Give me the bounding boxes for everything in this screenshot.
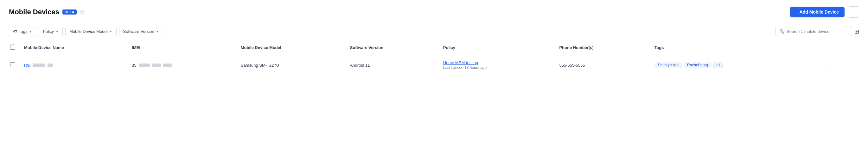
software-cell: Android 11	[346, 55, 439, 75]
col-device-name: Mobile Device Name	[20, 40, 128, 55]
filter-policy-button[interactable]: Policy ▼	[39, 27, 63, 36]
header: Mobile Devices BETA ☆ + Add Mobile Devic…	[0, 0, 868, 23]
software-value: Android 11	[350, 63, 370, 68]
search-wrapper: 🔍	[775, 27, 851, 36]
sync-text: Last synced 18 hours ago	[443, 66, 487, 70]
table-header-row: Mobile Device Name IMEI Mobile Device Mo…	[9, 40, 859, 55]
row-actions-cell: ···	[824, 55, 859, 75]
tag-overflow[interactable]: +1	[713, 62, 723, 68]
imei-redacted2	[152, 64, 161, 67]
grid-view-icon[interactable]: ⊞	[855, 28, 859, 35]
chevron-down-icon: ▼	[29, 30, 32, 33]
row-more-button[interactable]: ···	[828, 62, 835, 69]
imei-redacted1	[139, 64, 150, 67]
col-software: Software Version	[346, 40, 439, 55]
device-name-link[interactable]: R9i	[24, 63, 30, 68]
col-phone: Phone Number(s)	[555, 40, 651, 55]
tag-pill-rachels[interactable]: Rachel's tag	[684, 62, 712, 68]
row-checkbox[interactable]	[10, 62, 15, 67]
add-mobile-device-button[interactable]: + Add Mobile Device	[790, 7, 844, 17]
select-all-checkbox[interactable]	[10, 45, 15, 50]
device-name-redacted2	[48, 64, 53, 67]
imei-cell: 35	[128, 55, 237, 75]
row-checkbox-cell	[9, 55, 20, 75]
page-title: Mobile Devices	[9, 8, 59, 16]
device-name-cell: R9i	[20, 55, 128, 75]
filter-software-button[interactable]: Software Version ▼	[119, 27, 163, 36]
chevron-down-icon: ▼	[56, 30, 59, 33]
toolbar-right: 🔍 ⊞	[775, 27, 859, 36]
filter-policy-label: Policy	[43, 29, 54, 34]
col-actions	[824, 40, 859, 55]
chevron-down-icon: ▼	[156, 30, 159, 33]
phone-cell: 555-555-5555	[555, 55, 651, 75]
filter-tags-button[interactable]: 🏷 Tags ▼	[9, 27, 36, 36]
toolbar: 🏷 Tags ▼ Policy ▼ Mobile Device Model ▼ …	[0, 23, 868, 40]
tag-icon: 🏷	[13, 29, 17, 34]
tags-cell: Shirley's tag Rachel's tag +1	[651, 55, 824, 75]
chevron-down-icon: ▼	[109, 30, 113, 33]
phone-value: 555-555-5555	[559, 63, 585, 68]
policy-link[interactable]: Home MEM testing	[443, 61, 552, 65]
table-row: R9i 35 Samsung SM-T227U Android 1	[9, 55, 859, 75]
device-name-redacted	[33, 64, 45, 67]
devices-table: Mobile Device Name IMEI Mobile Device Mo…	[9, 40, 859, 75]
filter-software-label: Software Version	[123, 29, 154, 34]
model-value: Samsung SM-T227U	[241, 63, 279, 68]
policy-cell: Home MEM testing Last synced 18 hours ag…	[439, 55, 556, 75]
col-imei: IMEI	[128, 40, 237, 55]
filter-model-label: Mobile Device Model	[69, 29, 108, 34]
col-tags: Tags	[651, 40, 824, 55]
toolbar-filters: 🏷 Tags ▼ Policy ▼ Mobile Device Model ▼ …	[9, 27, 163, 36]
imei-prefix: 35	[132, 63, 136, 68]
filter-tags-label: Tags	[19, 29, 27, 34]
col-model: Mobile Device Model	[237, 40, 346, 55]
header-right: + Add Mobile Device ···	[790, 6, 859, 18]
header-more-button[interactable]: ···	[848, 6, 859, 18]
table-wrapper: Mobile Device Name IMEI Mobile Device Mo…	[0, 40, 868, 75]
star-icon[interactable]: ☆	[80, 8, 85, 15]
tag-pill-shirleys[interactable]: Shirley's tag	[654, 62, 682, 68]
search-input[interactable]	[786, 29, 847, 34]
imei-redacted3	[163, 64, 172, 67]
col-checkbox	[9, 40, 20, 55]
col-policy: Policy	[439, 40, 556, 55]
tags-container: Shirley's tag Rachel's tag +1	[654, 62, 820, 68]
search-icon: 🔍	[779, 29, 784, 34]
header-left: Mobile Devices BETA ☆	[9, 8, 85, 16]
model-cell: Samsung SM-T227U	[237, 55, 346, 75]
ellipsis-icon: ···	[851, 9, 855, 15]
filter-model-button[interactable]: Mobile Device Model ▼	[65, 27, 117, 36]
beta-badge: BETA	[62, 9, 77, 14]
page-wrapper: Mobile Devices BETA ☆ + Add Mobile Devic…	[0, 0, 868, 158]
